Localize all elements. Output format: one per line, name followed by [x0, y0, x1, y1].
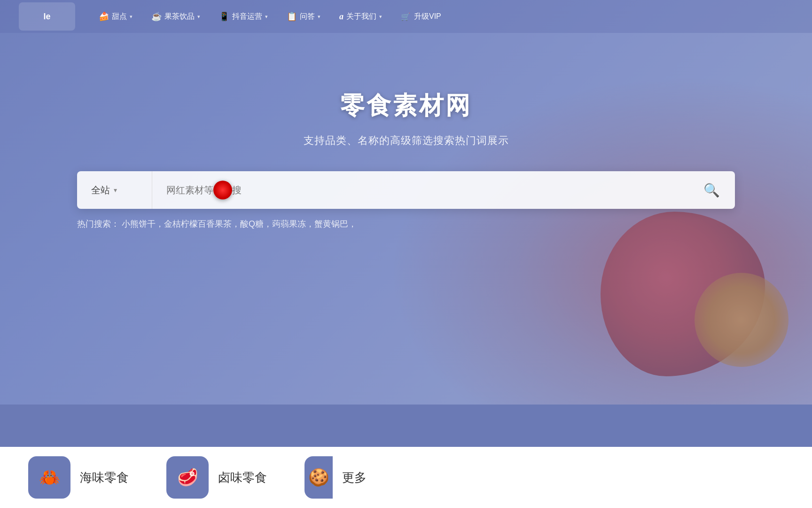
nav-item-tea[interactable]: ☕ 果茶饮品 ▾: [142, 8, 210, 25]
hot-searches-label: 热门搜索：: [77, 219, 119, 229]
nav-item-dessert[interactable]: 🍰 甜点 ▾: [89, 8, 142, 25]
categories-section: 🦀 海味零食 🥩 卤味零食 🍪 更多: [0, 447, 812, 508]
vip-cart-icon: 🛒: [401, 12, 410, 21]
search-icon: 🔍: [703, 183, 720, 198]
tea-icon: ☕: [151, 11, 162, 22]
more-icon: 🍪: [308, 468, 329, 487]
more-icon-box: 🍪: [304, 456, 333, 499]
more-label: 更多: [342, 469, 367, 486]
braised-icon-box: 🥩: [166, 456, 209, 499]
tiktok-icon: 📱: [219, 11, 229, 22]
category-item-braised[interactable]: 🥩 卤味零食: [166, 456, 267, 499]
hot-searches-terms[interactable]: 小熊饼干，金桔柠檬百香果茶，酸Q糖，蒟蒻果冻，蟹黄锅巴，: [122, 219, 357, 229]
chevron-down-icon: ▾: [265, 14, 268, 20]
nav-item-tiktok[interactable]: 📱 抖音运营 ▾: [210, 8, 277, 25]
search-input[interactable]: [152, 171, 688, 209]
nav-items: 🍰 甜点 ▾ ☕ 果茶饮品 ▾ 📱 抖音运营 ▾ 📋 问答 ▾ a 关于我: [89, 8, 793, 25]
hero-content: 零食素材网 支持品类、名称的高级筛选搜索热门词展示 全站 ▾ 🔍 热门搜索： 小…: [0, 33, 812, 230]
nav-label-dessert: 甜点: [112, 12, 127, 22]
seafood-label: 海味零食: [80, 469, 129, 486]
nav-label-tea: 果茶饮品: [164, 12, 195, 22]
seafood-icon: 🦀: [39, 468, 60, 487]
nav-label-qa: 问答: [300, 12, 315, 22]
hero-title: 零食素材网: [340, 89, 472, 122]
chevron-down-icon: ▾: [197, 14, 200, 20]
braised-label: 卤味零食: [218, 469, 267, 486]
qa-icon: 📋: [287, 11, 297, 22]
seafood-icon-box: 🦀: [28, 456, 70, 499]
chevron-down-icon: ▾: [130, 14, 133, 20]
category-item-more[interactable]: 🍪 更多: [304, 456, 367, 499]
search-button[interactable]: 🔍: [688, 171, 735, 209]
nav-label-about: 关于我们: [346, 12, 376, 22]
category-item-seafood[interactable]: 🦀 海味零食: [28, 456, 129, 499]
site-logo[interactable]: Ie: [19, 2, 75, 31]
chevron-down-icon: ▾: [379, 14, 382, 20]
hot-searches: 热门搜索： 小熊饼干，金桔柠檬百香果茶，酸Q糖，蒟蒻果冻，蟹黄锅巴，: [77, 218, 357, 230]
dropdown-icon: ▾: [114, 186, 117, 194]
navbar: Ie 🍰 甜点 ▾ ☕ 果茶饮品 ▾ 📱 抖音运营 ▾ 📋 问答 ▾: [0, 0, 812, 33]
braised-icon: 🥩: [177, 468, 198, 487]
nav-label-vip: 升级VIP: [414, 12, 441, 22]
hero-section: Ie 🍰 甜点 ▾ ☕ 果茶饮品 ▾ 📱 抖音运营 ▾ 📋 问答 ▾: [0, 0, 812, 405]
chevron-down-icon: ▾: [318, 14, 320, 20]
nav-label-tiktok: 抖音运营: [232, 12, 262, 22]
category-label: 全站: [91, 184, 110, 197]
search-category-selector[interactable]: 全站 ▾: [77, 171, 152, 209]
search-input-wrap: [152, 171, 688, 209]
hero-subtitle: 支持品类、名称的高级筛选搜索热门词展示: [304, 134, 509, 148]
nav-item-vip[interactable]: 🛒 升级VIP: [391, 8, 451, 25]
search-bar: 全站 ▾ 🔍: [77, 171, 735, 209]
nav-item-about[interactable]: a 关于我们 ▾: [330, 8, 391, 25]
nav-item-qa[interactable]: 📋 问答 ▾: [277, 8, 330, 25]
about-icon: a: [339, 12, 344, 22]
dessert-icon: 🍰: [99, 11, 109, 22]
